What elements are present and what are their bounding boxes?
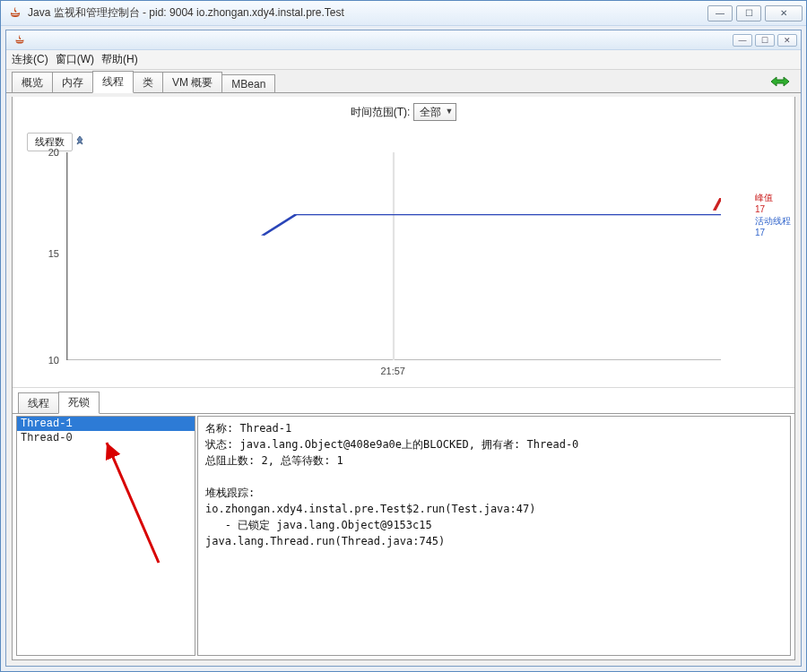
thread-detail: 名称: Thread-1 状态: java.lang.Object@408e9a… <box>197 416 791 656</box>
pin-icon[interactable] <box>74 135 86 148</box>
menu-connect[interactable]: 连接(C) <box>12 52 48 67</box>
thread-list[interactable]: Thread-1 Thread-0 <box>16 416 195 656</box>
chart-plot: 20 15 10 21:57 峰值 17 活动线程 17 <box>66 152 721 360</box>
inner-maximize-button[interactable]: ☐ <box>755 34 775 47</box>
ytick-15: 15 <box>48 248 59 259</box>
menu-window[interactable]: 窗口(W) <box>56 52 94 67</box>
list-item[interactable]: Thread-1 <box>17 417 195 431</box>
tab-threads[interactable]: 线程 <box>92 71 134 93</box>
list-item[interactable]: Thread-0 <box>17 431 195 445</box>
dual-arrow-icon <box>770 75 790 88</box>
threads-content: 时间范围(T): 全部 线程数 <box>12 97 795 660</box>
java-icon <box>13 34 26 47</box>
tab-overview[interactable]: 概览 <box>12 72 53 93</box>
main-tabbar: 概览 内存 线程 类 VM 概要 MBean <box>6 70 801 93</box>
inner-window: — ☐ ✕ 连接(C) 窗口(W) 帮助(H) 概览 内存 线程 类 VM 概要… <box>5 30 802 667</box>
menubar: 连接(C) 窗口(W) 帮助(H) <box>6 50 801 70</box>
tab-thread-list[interactable]: 线程 <box>18 392 59 414</box>
tab-mbean[interactable]: MBean <box>221 74 275 93</box>
inner-titlebar: — ☐ ✕ <box>6 30 801 50</box>
bottom-tabbar: 线程 死锁 <box>13 392 794 414</box>
tab-classes[interactable]: 类 <box>133 72 163 93</box>
ytick-20: 20 <box>48 147 59 158</box>
tab-vm[interactable]: VM 概要 <box>162 72 222 93</box>
connected-indicator <box>770 75 790 88</box>
tab-memory[interactable]: 内存 <box>52 72 93 93</box>
java-icon <box>8 6 22 21</box>
bottom-split: 线程 死锁 Thread-1 Thread-0 名称: Thread-1 状态:… <box>13 392 794 659</box>
ytick-10: 10 <box>48 355 59 366</box>
splitter[interactable] <box>13 387 794 388</box>
thread-chart: 线程数 20 15 <box>13 127 794 383</box>
maximize-button[interactable]: ☐ <box>736 5 761 22</box>
titlebar: Java 监视和管理控制台 - pid: 9004 io.zhongan.xdy… <box>1 1 806 26</box>
xtick-time: 21:57 <box>380 366 405 376</box>
chart-legend: 峰值 17 活动线程 17 <box>755 192 791 238</box>
menu-help[interactable]: 帮助(H) <box>101 52 138 67</box>
outer-window: Java 监视和管理控制台 - pid: 9004 io.zhongan.xdy… <box>0 0 807 672</box>
close-button[interactable]: ✕ <box>765 5 803 22</box>
time-range-label: 时间范围(T): <box>351 105 411 120</box>
bottom-panes: Thread-1 Thread-0 名称: Thread-1 状态: java.… <box>13 414 794 659</box>
svg-line-3 <box>715 198 721 211</box>
time-range-select[interactable]: 全部 <box>413 103 456 121</box>
tab-deadlock[interactable]: 死锁 <box>58 392 100 414</box>
minimize-button[interactable]: — <box>707 5 733 22</box>
inner-close-button[interactable]: ✕ <box>777 34 797 47</box>
inner-minimize-button[interactable]: — <box>733 34 752 47</box>
window-title: Java 监视和管理控制台 - pid: 9004 io.zhongan.xdy… <box>28 5 704 21</box>
time-range-row: 时间范围(T): 全部 <box>13 97 794 127</box>
